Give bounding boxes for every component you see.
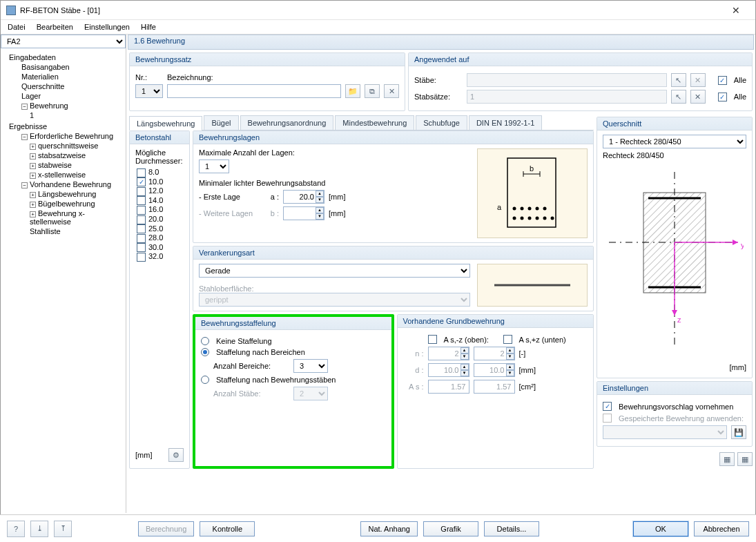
berechnung-button[interactable]: Berechnung xyxy=(138,521,194,536)
expand-icon[interactable]: + xyxy=(30,211,36,217)
dia-10[interactable]: ✓10.0 xyxy=(135,177,184,187)
as-oben-check[interactable] xyxy=(428,335,437,344)
ok-button[interactable]: OK xyxy=(633,521,688,536)
settings-button[interactable]: ⚙ xyxy=(168,448,184,462)
group-title: Bewehrungslagen xyxy=(193,131,593,144)
clear-button[interactable]: ✕ xyxy=(690,90,706,104)
alle-stabsaetze-check[interactable]: ✓ xyxy=(718,93,727,101)
max-lagen-select[interactable]: 1 xyxy=(199,159,229,173)
tree-bew-1[interactable]: 1 xyxy=(2,110,124,120)
tree-eingabedaten[interactable]: Eingabedaten xyxy=(2,52,124,62)
help-button[interactable]: ? xyxy=(7,521,25,537)
d-label: d : xyxy=(403,366,424,374)
alle-staebe-check[interactable]: ✓ xyxy=(718,76,727,85)
verank-select[interactable]: Gerade xyxy=(199,264,470,278)
d-unten: ▲▼ xyxy=(474,363,515,377)
dia-28[interactable]: 28.0 xyxy=(135,233,184,243)
as-unten-check[interactable] xyxy=(503,335,512,344)
expand-icon[interactable]: + xyxy=(30,153,36,159)
dia-20[interactable]: 20.0 xyxy=(135,215,184,224)
opt-staebe[interactable]: Staffelung nach Bewehrungsstäben xyxy=(201,376,386,384)
export-button[interactable]: ⤓ xyxy=(30,521,48,537)
tree-stw[interactable]: +stabweise xyxy=(2,160,124,170)
nat-anhang-button[interactable]: Nat. Anhang xyxy=(360,521,418,536)
kontrolle-button[interactable]: Kontrolle xyxy=(200,521,255,536)
details-button[interactable]: Details... xyxy=(484,521,539,536)
expand-icon[interactable]: + xyxy=(30,192,36,198)
tab-anordnung[interactable]: Bewehrungsanordnung xyxy=(240,115,334,130)
opt-keine[interactable]: Keine Staffelung xyxy=(201,337,386,345)
qs-select[interactable]: 1 - Rechteck 280/450 xyxy=(603,135,746,148)
tab-schubfuge[interactable]: Schubfuge xyxy=(416,115,467,130)
group-title: Angewendet auf xyxy=(409,53,752,66)
diameters-label: Mögliche Durchmesser: xyxy=(135,148,184,165)
svg-point-12 xyxy=(528,217,532,220)
group-betonstahl: Betonstahl Mögliche Durchmesser: 8.0 ✓10… xyxy=(129,130,190,469)
expand-icon[interactable]: + xyxy=(30,202,36,208)
dia-14[interactable]: 14.0 xyxy=(135,196,184,206)
areas-select[interactable]: 3 xyxy=(293,359,328,373)
tab-din[interactable]: DIN EN 1992-1-1 xyxy=(469,115,542,130)
tree-ergebnisse[interactable]: Ergebnisse xyxy=(2,122,124,131)
expand-icon[interactable]: + xyxy=(30,163,36,169)
abbrechen-button[interactable]: Abbrechen xyxy=(694,521,749,536)
bez-label: Bezeichnung: xyxy=(167,73,399,81)
collapse-icon[interactable]: − xyxy=(21,104,28,110)
dia-16[interactable]: 16.0 xyxy=(135,205,184,215)
tree-materialien[interactable]: Materialien xyxy=(2,72,124,81)
tab-mindest[interactable]: Mindestbewehrung xyxy=(335,115,414,130)
view-button-2[interactable]: ▦ xyxy=(737,452,753,466)
grafik-button[interactable]: Grafik xyxy=(423,521,478,536)
dia-12[interactable]: 12.0 xyxy=(135,186,184,196)
tree-basisangaben[interactable]: Basisangaben xyxy=(2,62,124,72)
tree-bügel[interactable]: +Bügelbewehrung xyxy=(2,199,124,209)
erste-input[interactable]: ▲▼ xyxy=(283,190,324,204)
close-icon[interactable]: ✕ xyxy=(722,5,750,16)
opt-bereiche[interactable]: Staffelung nach Bereichen xyxy=(201,348,386,356)
menu-edit[interactable]: Bearbeiten xyxy=(37,23,73,31)
unit-dash: [-] xyxy=(519,349,526,358)
dia-32[interactable]: 32.0 xyxy=(135,252,184,262)
dia-25[interactable]: 25.0 xyxy=(135,224,184,234)
folder-button[interactable]: 📁 xyxy=(345,84,360,98)
opt-gespeichert[interactable]: Gespeicherte Bewehrung anwenden: xyxy=(603,414,746,423)
tree-erf[interactable]: −Erforderliche Bewehrung xyxy=(2,131,124,141)
as-unten-val xyxy=(474,380,515,394)
group-bewehrungslagen: Bewehrungslagen Maximale Anzahl der Lage… xyxy=(193,130,594,243)
collapse-icon[interactable]: − xyxy=(21,182,28,188)
tab-laengsbewehrung[interactable]: Längsbewehrung xyxy=(129,116,202,130)
menubar: Datei Bearbeiten Einstellungen Hilfe xyxy=(1,20,755,35)
staebe-field xyxy=(467,73,667,87)
menu-help[interactable]: Hilfe xyxy=(141,23,156,31)
bezeichnung-input[interactable] xyxy=(167,84,341,98)
tab-buegel[interactable]: Bügel xyxy=(204,115,238,130)
copy-button[interactable]: ⧉ xyxy=(365,84,380,98)
tree-bewehrung[interactable]: −Bewehrung xyxy=(2,101,124,110)
pick-button[interactable]: ↖ xyxy=(671,90,686,104)
expand-icon[interactable]: + xyxy=(30,144,36,150)
pick-button[interactable]: ↖ xyxy=(671,73,686,87)
menu-settings[interactable]: Einstellungen xyxy=(84,23,130,31)
tree-stahlliste[interactable]: Stahlliste xyxy=(2,226,124,236)
view-button-1[interactable]: ▦ xyxy=(719,452,735,466)
nr-select[interactable]: 1 xyxy=(135,84,163,98)
tree-querschnitte[interactable]: Querschnitte xyxy=(2,81,124,91)
import-button[interactable]: ⤒ xyxy=(54,521,72,537)
delete-button[interactable]: ✕ xyxy=(384,84,399,98)
case-selector[interactable]: FA2 xyxy=(1,35,126,48)
collapse-icon[interactable]: − xyxy=(21,134,28,140)
save-button[interactable]: 💾 xyxy=(731,425,746,439)
tree-vorh[interactable]: −Vorhandene Bewehrung xyxy=(2,180,124,189)
tree-lager[interactable]: Lager xyxy=(2,91,124,101)
dia-30[interactable]: 30.0 xyxy=(135,243,184,253)
expand-icon[interactable]: + xyxy=(30,173,36,179)
dia-8[interactable]: 8.0 xyxy=(135,168,184,177)
tree-langs[interactable]: +Längsbewehrung xyxy=(2,189,124,199)
clear-button[interactable]: ✕ xyxy=(690,73,706,87)
opt-vorschlag[interactable]: ✓Bewehrungsvorschlag vornehmen xyxy=(603,402,746,411)
tree-bewx[interactable]: +Bewehrung x-stellenweise xyxy=(2,209,124,226)
tree-qsw[interactable]: +querschnittsweise xyxy=(2,141,124,151)
menu-file[interactable]: Datei xyxy=(8,23,26,31)
tree-xsw[interactable]: +x-stellenweise xyxy=(2,170,124,180)
tree-ssw[interactable]: +stabsatzweise xyxy=(2,151,124,160)
